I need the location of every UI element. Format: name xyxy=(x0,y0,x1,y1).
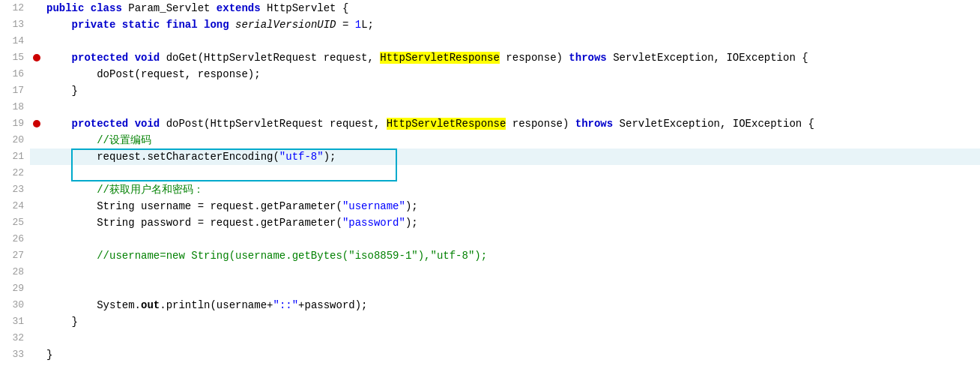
line-number: 17 xyxy=(0,82,30,99)
line-content xyxy=(43,99,980,116)
line-number: 28 xyxy=(0,264,30,280)
code-line: 28 xyxy=(0,264,980,280)
line-gutter xyxy=(30,132,43,148)
line-gutter xyxy=(30,314,43,330)
line-content: //username=new String(username.getBytes(… xyxy=(43,248,980,264)
line-number: 20 xyxy=(0,132,30,148)
line-number: 13 xyxy=(0,16,30,33)
code-line: 22 xyxy=(0,165,980,182)
line-content xyxy=(43,264,980,280)
line-gutter xyxy=(30,116,43,132)
line-gutter xyxy=(30,16,43,33)
line-content xyxy=(43,330,980,346)
line-content: request.setCharacterEncoding("utf-8"); xyxy=(43,148,980,165)
code-line: 33} xyxy=(0,346,980,363)
line-number: 22 xyxy=(0,165,30,182)
code-line: 26 xyxy=(0,231,980,248)
line-gutter xyxy=(30,99,43,116)
line-number: 29 xyxy=(0,280,30,297)
annotation-svg xyxy=(0,363,980,378)
line-content xyxy=(43,231,980,248)
line-content xyxy=(43,33,980,50)
code-line: 23 //获取用户名和密码： xyxy=(0,182,980,198)
line-content: String username = request.getParameter("… xyxy=(43,198,980,214)
line-content xyxy=(43,280,980,297)
line-content: protected void doPost(HttpServletRequest… xyxy=(43,116,980,132)
line-content: public class Param_Servlet extends HttpS… xyxy=(43,0,980,16)
line-number: 33 xyxy=(0,346,30,363)
line-number: 15 xyxy=(0,50,30,66)
line-gutter xyxy=(30,198,43,214)
line-number: 12 xyxy=(0,0,30,16)
code-line: 16 doPost(request, response); xyxy=(0,66,980,82)
breakpoint-indicator xyxy=(33,120,40,128)
line-gutter xyxy=(30,82,43,99)
line-number: 31 xyxy=(0,314,30,330)
line-content: } xyxy=(43,82,980,99)
code-editor: 12public class Param_Servlet extends Htt… xyxy=(0,0,980,378)
breakpoint-indicator xyxy=(33,54,40,62)
code-line: 21 request.setCharacterEncoding("utf-8")… xyxy=(0,148,980,165)
line-number: 32 xyxy=(0,330,30,346)
line-gutter xyxy=(30,346,43,363)
code-line: 19 protected void doPost(HttpServletRequ… xyxy=(0,116,980,132)
line-number: 14 xyxy=(0,33,30,50)
line-number: 18 xyxy=(0,99,30,116)
line-number: 26 xyxy=(0,231,30,248)
line-content: protected void doGet(HttpServletRequest … xyxy=(43,50,980,66)
code-line: 25 String password = request.getParamete… xyxy=(0,214,980,231)
code-line: 31 } xyxy=(0,314,980,330)
line-number: 25 xyxy=(0,214,30,231)
code-line: 32 xyxy=(0,330,980,346)
line-gutter xyxy=(30,148,43,165)
line-gutter xyxy=(30,50,43,66)
line-gutter xyxy=(30,231,43,248)
line-number: 30 xyxy=(0,297,30,314)
line-number: 16 xyxy=(0,66,30,82)
line-content: } xyxy=(43,346,980,363)
line-content: //设置编码 xyxy=(43,132,980,148)
line-gutter xyxy=(30,214,43,231)
line-content xyxy=(43,165,980,182)
code-line: 29 xyxy=(0,280,980,297)
line-number: 23 xyxy=(0,182,30,198)
code-line: 18 xyxy=(0,99,980,116)
line-number: 19 xyxy=(0,116,30,132)
line-gutter xyxy=(30,182,43,198)
code-line: 12public class Param_Servlet extends Htt… xyxy=(0,0,980,16)
line-content: String password = request.getParameter("… xyxy=(43,214,980,231)
line-gutter xyxy=(30,33,43,50)
code-line: 24 String username = request.getParamete… xyxy=(0,198,980,214)
code-line: 14 xyxy=(0,33,980,50)
line-content: //获取用户名和密码： xyxy=(43,182,980,198)
line-gutter xyxy=(30,330,43,346)
line-content: private static final long serialVersionU… xyxy=(43,16,980,33)
line-gutter xyxy=(30,0,43,16)
line-gutter xyxy=(30,66,43,82)
line-number: 21 xyxy=(0,148,30,165)
line-gutter xyxy=(30,248,43,264)
line-content: } xyxy=(43,314,980,330)
code-line: 13 private static final long serialVersi… xyxy=(0,16,980,33)
code-line: 27 //username=new String(username.getByt… xyxy=(0,248,980,264)
line-gutter xyxy=(30,280,43,297)
code-line: 15 protected void doGet(HttpServletReque… xyxy=(0,50,980,66)
line-number: 27 xyxy=(0,248,30,264)
code-line: 30 System.out.println(username+"::"+pass… xyxy=(0,297,980,314)
code-line: 20 //设置编码 xyxy=(0,132,980,148)
line-content: doPost(request, response); xyxy=(43,66,980,82)
line-gutter xyxy=(30,264,43,280)
line-gutter xyxy=(30,165,43,182)
line-gutter xyxy=(30,297,43,314)
line-number: 24 xyxy=(0,198,30,214)
code-line: 17 } xyxy=(0,82,980,99)
line-content: System.out.println(username+"::"+passwor… xyxy=(43,297,980,314)
